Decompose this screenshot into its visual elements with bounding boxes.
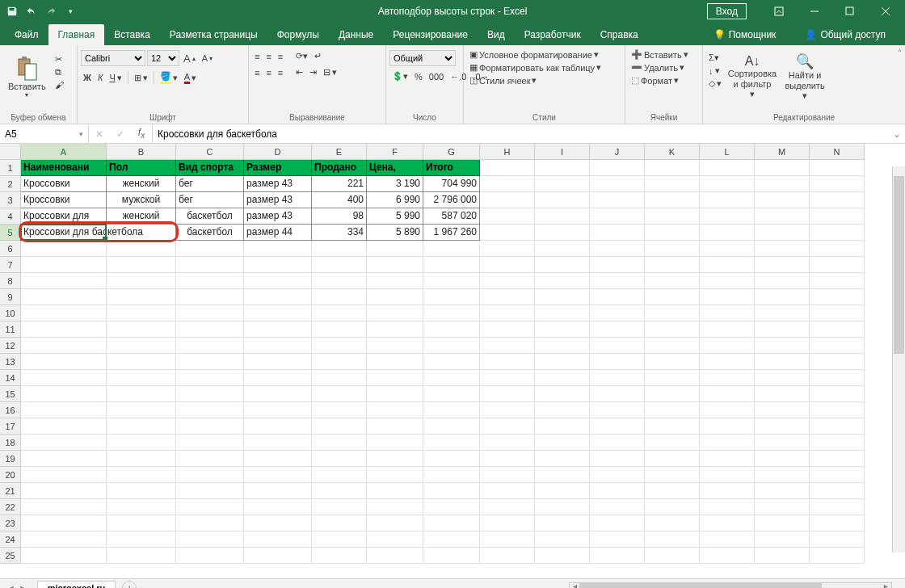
cell[interactable]: [590, 483, 645, 499]
cell[interactable]: [755, 338, 810, 354]
col-header-M[interactable]: M: [755, 144, 810, 160]
cell[interactable]: [755, 418, 810, 435]
cell[interactable]: [423, 499, 480, 515]
cell[interactable]: [176, 548, 244, 564]
cell[interactable]: [700, 176, 755, 192]
autosum-button[interactable]: Σ▾: [706, 52, 724, 64]
row-header-10[interactable]: 10: [0, 305, 21, 321]
cell[interactable]: [480, 418, 535, 435]
row-header-1[interactable]: 1: [0, 160, 21, 176]
cell[interactable]: [535, 160, 590, 176]
close-button[interactable]: [869, 0, 902, 23]
col-header-L[interactable]: L: [700, 144, 755, 160]
cell[interactable]: [810, 241, 865, 257]
cell[interactable]: [590, 192, 645, 208]
cell[interactable]: Наименовани: [21, 160, 107, 176]
cell[interactable]: [423, 305, 480, 321]
cell[interactable]: [590, 499, 645, 515]
cell[interactable]: [535, 273, 590, 289]
align-right-button[interactable]: ≡: [276, 67, 285, 78]
cell[interactable]: [244, 548, 312, 564]
cell[interactable]: [700, 241, 755, 257]
cell[interactable]: [367, 531, 423, 548]
cell[interactable]: [645, 499, 700, 515]
cell[interactable]: [107, 338, 176, 354]
cut-button[interactable]: ✂: [53, 53, 66, 65]
cell[interactable]: 1 967 260: [423, 225, 480, 241]
cell[interactable]: [244, 289, 312, 305]
cell[interactable]: [367, 338, 423, 354]
cell[interactable]: [423, 548, 480, 564]
row-header-21[interactable]: 21: [0, 483, 21, 499]
row-header-5[interactable]: 5: [0, 225, 21, 241]
maximize-button[interactable]: [834, 0, 866, 23]
cell[interactable]: [480, 273, 535, 289]
align-center-button[interactable]: ≡: [263, 67, 273, 78]
cell[interactable]: [244, 435, 312, 451]
merge-button[interactable]: ⊟▾: [321, 66, 339, 78]
cell[interactable]: [810, 321, 865, 338]
cell[interactable]: [423, 386, 480, 402]
cell[interactable]: [367, 435, 423, 451]
cell[interactable]: [755, 176, 810, 192]
currency-button[interactable]: 💲▾: [389, 70, 410, 82]
insert-function-button[interactable]: fx: [131, 127, 152, 140]
cell[interactable]: [107, 370, 176, 386]
cell[interactable]: [312, 402, 367, 418]
cell[interactable]: [480, 354, 535, 370]
cell[interactable]: [367, 467, 423, 483]
cell[interactable]: [590, 531, 645, 548]
name-box[interactable]: A5▾: [0, 124, 89, 143]
cell[interactable]: [107, 483, 176, 499]
cell[interactable]: [535, 289, 590, 305]
cell[interactable]: [21, 386, 107, 402]
cell[interactable]: [367, 354, 423, 370]
cell[interactable]: [107, 257, 176, 273]
cell[interactable]: [312, 499, 367, 515]
undo-button[interactable]: [23, 2, 40, 20]
sheet-nav-prev[interactable]: ◄: [6, 583, 15, 589]
cell[interactable]: [810, 386, 865, 402]
align-bottom-button[interactable]: ≡: [276, 51, 285, 62]
sheet-nav-next[interactable]: ►: [19, 583, 27, 589]
cell[interactable]: [312, 467, 367, 483]
cell[interactable]: [810, 515, 865, 531]
cell[interactable]: [755, 386, 810, 402]
cell[interactable]: [810, 435, 865, 451]
cell[interactable]: [700, 289, 755, 305]
redo-button[interactable]: [42, 2, 60, 20]
wrap-text-button[interactable]: ↵: [312, 50, 324, 62]
cell[interactable]: [755, 321, 810, 338]
cell[interactable]: [810, 208, 865, 225]
cell[interactable]: [21, 451, 107, 467]
cell[interactable]: [176, 402, 244, 418]
cell[interactable]: [423, 273, 480, 289]
row-header-6[interactable]: 6: [0, 241, 21, 257]
cell[interactable]: баскетбол: [176, 208, 244, 225]
cell[interactable]: [590, 338, 645, 354]
cell[interactable]: [107, 418, 176, 435]
cell[interactable]: 5 990: [367, 208, 423, 225]
percent-button[interactable]: %: [412, 71, 425, 82]
format-cells-button[interactable]: ⬚Формат▾: [629, 74, 681, 86]
cell[interactable]: [21, 321, 107, 338]
cell[interactable]: [107, 531, 176, 548]
cell[interactable]: [590, 354, 645, 370]
cell[interactable]: [810, 289, 865, 305]
expand-formula-bar[interactable]: ⌄: [889, 124, 905, 143]
cell[interactable]: [755, 160, 810, 176]
cell[interactable]: Вид спорта: [176, 160, 244, 176]
cell[interactable]: [480, 370, 535, 386]
cell[interactable]: [700, 548, 755, 564]
cell[interactable]: [176, 467, 244, 483]
cell[interactable]: [590, 225, 645, 241]
cell[interactable]: 98: [312, 208, 367, 225]
row-header-19[interactable]: 19: [0, 451, 21, 467]
cell[interactable]: [590, 451, 645, 467]
cell[interactable]: [176, 531, 244, 548]
cell[interactable]: [810, 531, 865, 548]
cell[interactable]: [480, 257, 535, 273]
cell[interactable]: [590, 435, 645, 451]
cell[interactable]: [700, 531, 755, 548]
cell[interactable]: бег: [176, 176, 244, 192]
